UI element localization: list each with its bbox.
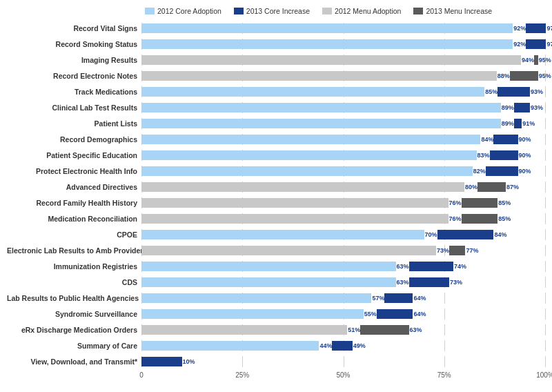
row-label: Summary of Care bbox=[7, 342, 141, 350]
bar-area: 55%64% bbox=[141, 308, 545, 320]
bar-area: 85%93% bbox=[141, 86, 545, 97]
gridline bbox=[545, 118, 546, 129]
x-tick-25: 25% bbox=[235, 371, 249, 379]
gridline bbox=[545, 340, 546, 351]
gridline bbox=[545, 134, 546, 145]
row-label: Medication Reconciliation bbox=[7, 215, 141, 223]
bar-track: 73%77% bbox=[141, 246, 545, 255]
bar-segment-base bbox=[141, 166, 473, 176]
row-label: Clinical Lab Test Results bbox=[7, 104, 141, 112]
table-row: CDS63%73% bbox=[7, 275, 545, 290]
bar-label-increase: 93% bbox=[531, 104, 543, 111]
bar-segment-increase bbox=[409, 277, 450, 287]
row-label: Protect Electronic Health Info bbox=[7, 167, 141, 175]
bar-area: 89%93% bbox=[141, 102, 545, 113]
bar-area: 10% bbox=[141, 356, 545, 367]
bar-label-base: 94% bbox=[522, 57, 534, 63]
table-row: Patient Specific Education83%90% bbox=[7, 148, 545, 163]
row-label: Record Electronic Notes bbox=[7, 72, 141, 80]
table-row: Clinical Lab Test Results89%93% bbox=[7, 100, 545, 115]
bar-segment-increase bbox=[497, 87, 530, 97]
legend: 2012 Core Adoption 2013 Core Increase 20… bbox=[7, 7, 545, 15]
bar-label-increase: 97% bbox=[546, 25, 552, 32]
bar-segment-base bbox=[141, 71, 497, 81]
table-row: View, Download, and Transmit*10% bbox=[7, 354, 545, 369]
bar-segment-increase bbox=[141, 357, 182, 366]
bar-segment-increase bbox=[384, 293, 413, 303]
bar-segment-increase bbox=[477, 182, 506, 192]
row-label: Imaging Results bbox=[7, 56, 141, 64]
bar-label-increase: 91% bbox=[522, 120, 535, 127]
bar-segment-increase bbox=[514, 119, 522, 128]
bar-label-base: 92% bbox=[513, 25, 526, 32]
bar-area: 51%63% bbox=[141, 324, 545, 335]
bar-label-increase: 97% bbox=[546, 41, 552, 48]
bar-label-base: 85% bbox=[485, 88, 497, 95]
table-row: Lab Results to Public Health Agencies57%… bbox=[7, 291, 545, 306]
bar-area: 84%90% bbox=[141, 134, 545, 145]
bar-segment-base bbox=[141, 341, 319, 351]
legend-swatch-core2013 bbox=[234, 8, 244, 14]
bar-track: 76%85% bbox=[141, 214, 545, 224]
bar-area: 83%90% bbox=[141, 150, 545, 161]
bar-area: 57%64% bbox=[141, 293, 545, 304]
row-label: Record Demographics bbox=[7, 135, 141, 144]
legend-label-menu2013: 2013 Menu Increase bbox=[426, 7, 492, 15]
legend-label-core2013: 2013 Core Increase bbox=[246, 7, 310, 15]
x-tick-100: 100% bbox=[536, 371, 552, 379]
bar-label-base: 76% bbox=[449, 215, 462, 222]
row-label: Record Smoking Status bbox=[7, 40, 141, 48]
bar-label-increase: 95% bbox=[539, 72, 551, 79]
bar-label-increase: 95% bbox=[539, 57, 551, 63]
table-row: Record Vital Signs92%97% bbox=[7, 21, 545, 36]
bar-area: 63%74% bbox=[141, 261, 545, 272]
bar-area: 70%84% bbox=[141, 229, 545, 240]
table-row: CPOE70%84% bbox=[7, 227, 545, 242]
table-row: Imaging Results94%95% bbox=[7, 52, 545, 68]
row-label: eRx Discharge Medication Orders bbox=[7, 326, 141, 334]
bar-track: 89%91% bbox=[141, 119, 545, 128]
gridline bbox=[545, 166, 546, 177]
bar-segment-base bbox=[141, 246, 436, 255]
bar-area: 76%85% bbox=[141, 213, 545, 224]
gridline bbox=[545, 86, 546, 97]
bar-label-base: 84% bbox=[481, 136, 493, 143]
table-row: Immunization Registries63%74% bbox=[7, 259, 545, 274]
bar-label-increase: 90% bbox=[519, 152, 531, 159]
table-row: Protect Electronic Health Info82%90% bbox=[7, 164, 545, 179]
bar-label-increase: 90% bbox=[519, 136, 531, 143]
table-row: Record Electronic Notes88%95% bbox=[7, 68, 545, 84]
gridline bbox=[545, 182, 546, 193]
row-label: Patient Specific Education bbox=[7, 151, 141, 159]
gridline bbox=[545, 293, 546, 304]
bar-segment-increase bbox=[486, 166, 518, 176]
bar-segment-increase bbox=[462, 198, 498, 208]
bar-track: 76%85% bbox=[141, 198, 545, 208]
bar-track: 83%90% bbox=[141, 150, 545, 160]
gridline bbox=[545, 213, 546, 224]
bar-track: 85%93% bbox=[141, 87, 545, 97]
bar-label-increase: 90% bbox=[519, 168, 531, 175]
bar-segment-increase bbox=[462, 214, 498, 224]
bar-area: 63%73% bbox=[141, 277, 545, 288]
bar-label-base: 70% bbox=[425, 231, 437, 238]
bar-label-base: 44% bbox=[319, 342, 332, 349]
bar-label-increase: 85% bbox=[498, 215, 511, 222]
bar-segment-base bbox=[141, 262, 396, 271]
gridline bbox=[545, 197, 546, 208]
bar-track: 92%97% bbox=[141, 23, 545, 33]
bar-track: 89%93% bbox=[141, 103, 545, 112]
bar-label-base: 80% bbox=[465, 184, 477, 190]
bar-label-increase: 64% bbox=[413, 295, 426, 302]
bar-segment-base bbox=[141, 39, 513, 49]
row-label: CDS bbox=[7, 278, 141, 286]
row-label: Record Vital Signs bbox=[7, 24, 141, 32]
legend-swatch-menu2012 bbox=[322, 8, 332, 14]
bar-segment-increase bbox=[490, 150, 518, 160]
bar-area: 88%95% bbox=[141, 70, 545, 81]
bar-label-base: 63% bbox=[397, 279, 409, 286]
bar-area: 82%90% bbox=[141, 166, 545, 177]
bar-segment-base bbox=[141, 55, 521, 65]
table-row: Syndromic Surveillance55%64% bbox=[7, 306, 545, 322]
bar-segment-base bbox=[141, 135, 480, 144]
